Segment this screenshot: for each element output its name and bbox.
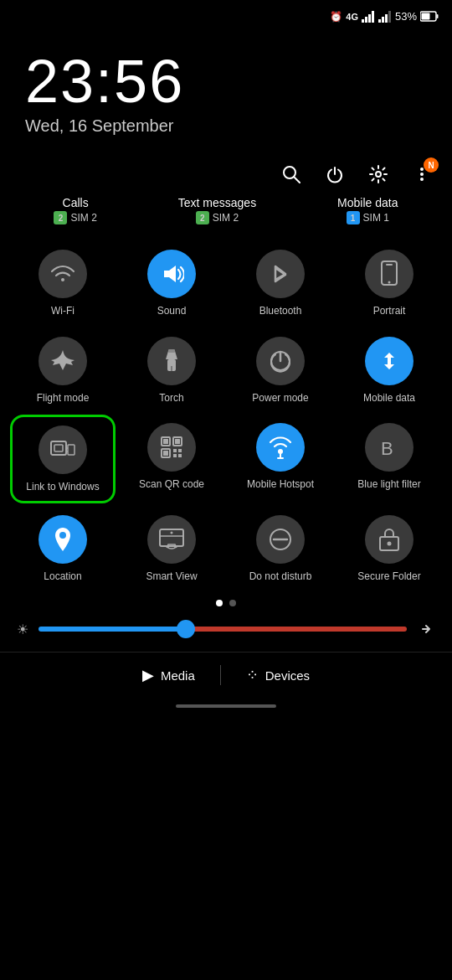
svg-rect-3	[372, 11, 374, 23]
svg-rect-42	[277, 457, 284, 459]
svg-point-13	[376, 172, 381, 177]
sim-messages-num: 2	[196, 211, 209, 224]
do-not-disturb-icon	[256, 515, 305, 564]
devices-label: Devices	[265, 668, 310, 683]
tile-sound[interactable]: Sound	[119, 241, 224, 325]
svg-rect-5	[382, 17, 384, 23]
brightness-min-icon: ☀	[17, 622, 28, 637]
svg-rect-40	[178, 454, 182, 457]
media-label: Media	[161, 668, 195, 683]
blue-light-icon: B	[365, 423, 413, 472]
battery-icon	[420, 11, 439, 22]
svg-rect-2	[368, 14, 371, 23]
tile-bluetooth[interactable]: Bluetooth	[228, 241, 333, 325]
power-mode-label: Power mode	[252, 392, 308, 405]
sim-calls-num: 2	[54, 211, 67, 224]
battery-percentage: 53%	[395, 10, 417, 23]
tile-power-mode[interactable]: Power mode	[228, 328, 333, 412]
more-button[interactable]: N	[408, 161, 435, 188]
svg-rect-7	[388, 11, 391, 23]
media-icon: ▶	[142, 666, 154, 684]
brightness-expand-button[interactable]	[417, 620, 435, 638]
mobile-hotspot-icon	[256, 423, 305, 472]
svg-point-14	[420, 168, 424, 171]
tile-smart-view[interactable]: Smart View	[119, 507, 224, 591]
tile-torch[interactable]: Torch	[119, 328, 224, 412]
signal-strength-2	[378, 11, 392, 23]
svg-rect-37	[173, 449, 177, 452]
page-dots	[0, 593, 452, 610]
svg-point-44	[59, 532, 66, 539]
svg-rect-10	[422, 13, 430, 20]
svg-point-16	[420, 178, 424, 181]
svg-text:B: B	[381, 438, 393, 459]
qs-header: N	[0, 144, 452, 196]
sim-data-num: 1	[347, 211, 360, 224]
svg-marker-17	[164, 266, 176, 282]
notification-badge: N	[424, 157, 439, 173]
svg-rect-34	[175, 439, 180, 444]
svg-point-15	[420, 173, 424, 176]
svg-rect-28	[68, 445, 74, 455]
sim-messages: Text messages 2 SIM 2	[178, 196, 256, 224]
sim-calls-label: Calls	[63, 196, 89, 209]
tile-scan-qr[interactable]: Scan QR code	[119, 415, 224, 503]
search-button[interactable]	[278, 161, 305, 188]
svg-rect-32	[163, 439, 168, 444]
svg-rect-26	[51, 441, 66, 455]
smart-view-icon	[147, 515, 196, 564]
mobile-data-label: Mobile data	[363, 392, 415, 405]
clock-section: 23:56 Wed, 16 September	[0, 26, 452, 144]
power-mode-icon	[256, 337, 305, 385]
sim-data-badge: 1 SIM 1	[347, 211, 389, 224]
bottom-divider	[220, 665, 221, 685]
page-dot-1[interactable]	[216, 600, 223, 606]
sound-icon	[147, 250, 196, 298]
brightness-slider[interactable]	[39, 620, 407, 638]
svg-rect-9	[437, 14, 439, 18]
tile-do-not-disturb[interactable]: Do not disturb	[228, 507, 333, 591]
tile-location[interactable]: Location	[10, 507, 116, 591]
mobile-hotspot-label: Mobile Hotspot	[247, 478, 314, 492]
tile-mobile-hotspot[interactable]: Mobile Hotspot	[228, 415, 333, 503]
tile-flight-mode[interactable]: Flight mode	[10, 328, 116, 412]
smart-view-label: Smart View	[146, 570, 197, 584]
status-icons: ⏰ 4G 53%	[330, 10, 439, 23]
bottom-bar: ▶ Media ⁘ Devices	[0, 652, 452, 698]
link-to-windows-icon	[39, 426, 87, 474]
location-label: Location	[44, 570, 81, 584]
location-icon	[39, 515, 87, 564]
portrait-label: Portrait	[373, 305, 406, 318]
clock-time: 23:56	[25, 51, 427, 111]
home-indicator[interactable]	[176, 704, 276, 708]
svg-rect-27	[54, 445, 63, 451]
svg-rect-6	[385, 14, 388, 23]
tile-link-to-windows[interactable]: Link to Windows	[10, 415, 116, 503]
sim-calls-badge: 2 SIM 2	[54, 211, 96, 224]
power-button[interactable]	[321, 161, 348, 188]
clock-date: Wed, 16 September	[25, 116, 427, 136]
quick-settings-grid: Wi-Fi Sound Bluetooth P	[0, 238, 452, 593]
tile-wifi[interactable]: Wi-Fi	[10, 241, 116, 325]
torch-label: Torch	[159, 392, 183, 405]
tile-mobile-data[interactable]: Mobile data	[336, 328, 442, 412]
devices-button[interactable]: ⁘ Devices	[229, 661, 326, 689]
scan-qr-icon	[147, 423, 196, 472]
media-button[interactable]: ▶ Media	[126, 661, 212, 689]
secure-folder-label: Secure Folder	[357, 570, 420, 584]
page-dot-2[interactable]	[229, 600, 236, 606]
svg-rect-0	[362, 19, 364, 23]
flight-mode-label: Flight mode	[37, 392, 90, 405]
wifi-icon	[39, 250, 87, 298]
scan-qr-label: Scan QR code	[139, 478, 204, 492]
network-4g: 4G	[346, 12, 358, 22]
tile-portrait[interactable]: Portrait	[336, 241, 442, 325]
settings-button[interactable]	[365, 161, 392, 188]
svg-rect-38	[178, 449, 182, 452]
alarm-icon: ⏰	[330, 11, 342, 23]
sim-calls-text: SIM 2	[70, 212, 96, 224]
tile-blue-light[interactable]: B Blue light filter	[336, 415, 442, 503]
svg-rect-39	[173, 454, 177, 457]
sound-label: Sound	[157, 305, 187, 318]
tile-secure-folder[interactable]: Secure Folder	[336, 507, 442, 591]
